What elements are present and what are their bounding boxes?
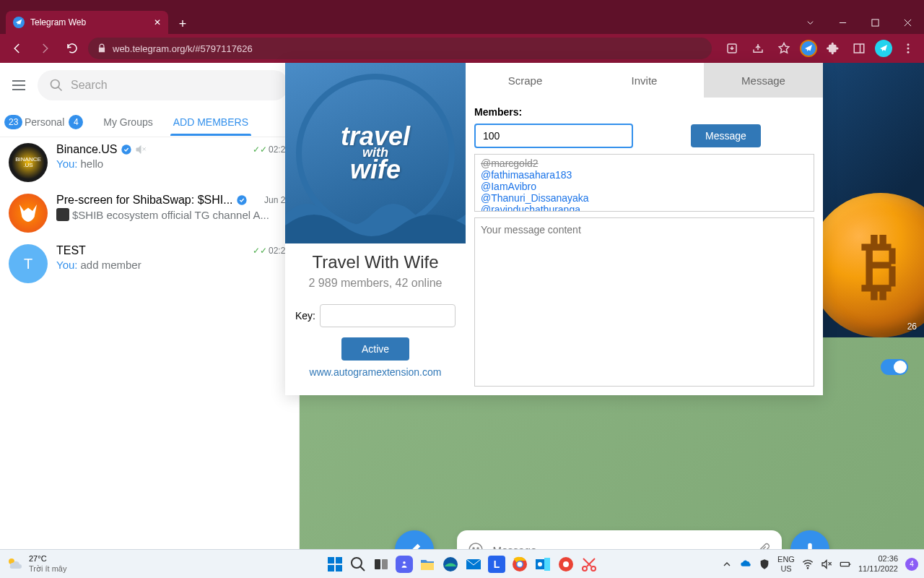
svg-rect-19 — [382, 559, 388, 569]
member-item[interactable]: @ravinduchathuranga — [481, 204, 808, 212]
svg-point-4 — [907, 48, 910, 50]
message-textarea[interactable] — [474, 217, 814, 387]
close-window-icon[interactable] — [892, 11, 924, 34]
avatar: BINANCE.US — [9, 143, 48, 182]
sidepanel-icon[interactable] — [849, 38, 869, 59]
chat-binance[interactable]: BINANCE.US Binance.US ✓✓ 02:28 You: hell… — [0, 137, 299, 188]
search-placeholder: Search — [71, 79, 108, 92]
extension-popup: travelwithwife Travel With Wife 2 989 me… — [285, 63, 823, 395]
start-icon[interactable] — [326, 556, 344, 573]
svg-rect-16 — [336, 565, 342, 571]
menu-icon[interactable] — [898, 38, 918, 59]
search-task-icon[interactable] — [349, 556, 367, 573]
svg-point-27 — [538, 562, 542, 566]
tab-invite[interactable]: Invite — [585, 63, 704, 98]
reload-button[interactable] — [61, 37, 84, 60]
chevron-down-icon[interactable] — [794, 11, 827, 34]
folder-tabs: 23 Personal 4 My Groups ADD MEMBERS — [0, 108, 299, 137]
svg-point-6 — [51, 80, 60, 89]
thumbnail-icon — [56, 208, 69, 221]
teams-icon[interactable] — [396, 556, 413, 573]
weather-widget[interactable]: 27°CTrời ít mây — [6, 554, 66, 573]
muted-icon — [135, 144, 147, 155]
svg-point-31 — [583, 566, 587, 571]
taskview-icon[interactable] — [372, 556, 390, 573]
explorer-icon[interactable] — [419, 556, 436, 573]
key-input[interactable] — [320, 304, 456, 327]
notifications-toggle[interactable] — [881, 359, 908, 375]
search-input[interactable]: Search — [38, 70, 289, 100]
key-label: Key: — [295, 310, 315, 322]
lock-icon — [97, 43, 107, 53]
extensions-icon[interactable] — [823, 38, 843, 59]
hamburger-menu-icon[interactable] — [10, 77, 27, 94]
notifications-badge[interactable]: 4 — [905, 558, 918, 571]
lang-indicator[interactable]: ENG — [777, 555, 795, 564]
member-item[interactable]: @fathimasahara183 — [481, 169, 808, 181]
chrome-canary-icon[interactable] — [557, 556, 575, 573]
extension-link[interactable]: www.autogramextension.com — [285, 366, 466, 378]
new-tab-button[interactable]: + — [173, 14, 193, 34]
members-listbox[interactable]: @marcgold2 @fathimasahara183 @IamAvibro … — [474, 154, 814, 212]
avatar: T — [9, 244, 48, 283]
window-titlebar — [0, 0, 924, 9]
svg-point-33 — [807, 567, 808, 568]
chat-test[interactable]: T TEST ✓✓ 02:26 You: add member — [0, 238, 299, 289]
close-icon[interactable]: ✕ — [154, 17, 161, 27]
onedrive-icon[interactable] — [740, 558, 751, 570]
tab-add-members[interactable]: ADD MEMBERS — [170, 109, 251, 135]
mail-icon[interactable] — [465, 556, 482, 573]
snipping-icon[interactable] — [580, 556, 598, 573]
group-subtitle: 2 989 members, 42 online — [295, 277, 456, 290]
group-title: Travel With Wife — [295, 252, 456, 272]
browser-tab-row: Telegram Web ✕ + — [0, 9, 924, 34]
tab-message[interactable]: Message — [704, 63, 823, 98]
app-l-icon[interactable]: L — [488, 556, 505, 573]
weather-icon — [6, 556, 23, 573]
svg-point-30 — [563, 561, 569, 567]
all-badge: 23 — [4, 115, 22, 129]
svg-point-20 — [403, 561, 406, 564]
bookmark-star-icon[interactable] — [774, 38, 794, 59]
member-item[interactable]: @marcgold2 — [481, 158, 808, 169]
autogram-extension-icon[interactable] — [800, 40, 817, 57]
outlook-icon[interactable] — [534, 556, 552, 573]
message-button[interactable]: Message — [691, 124, 761, 147]
member-item[interactable]: @IamAvibro — [481, 181, 808, 192]
chrome-icon[interactable] — [511, 556, 528, 573]
tab-scrape[interactable]: Scrape — [466, 63, 585, 98]
back-button[interactable] — [6, 37, 29, 60]
tab-personal[interactable]: Personal 4 — [22, 108, 86, 137]
telegram-favicon-icon — [13, 17, 25, 28]
maximize-icon[interactable] — [859, 11, 892, 34]
forward-button[interactable] — [33, 37, 56, 60]
member-item[interactable]: @Thanuri_Dissanayaka — [481, 192, 808, 204]
svg-rect-15 — [328, 565, 334, 571]
share-icon[interactable] — [748, 38, 768, 59]
chat-shibaswap[interactable]: Pre-screen for ShibaSwap: $SHI... Jun 26… — [0, 188, 299, 238]
svg-rect-13 — [328, 557, 334, 564]
battery-icon[interactable] — [840, 558, 851, 570]
security-icon[interactable] — [759, 558, 770, 570]
chat-sidebar: Search 23 Personal 4 My Groups ADD MEMBE… — [0, 63, 300, 578]
url-field[interactable]: web.telegram.org/k/#5797117626 — [88, 38, 712, 59]
members-label: Members: — [474, 106, 814, 118]
chevron-up-icon[interactable] — [721, 558, 733, 570]
svg-rect-34 — [840, 562, 849, 566]
minimize-icon[interactable] — [827, 11, 859, 34]
clock[interactable]: 02:3611/11/2022 — [858, 554, 898, 573]
browser-tab-active[interactable]: Telegram Web ✕ — [6, 11, 168, 34]
svg-rect-0 — [872, 19, 879, 25]
wifi-icon[interactable] — [802, 558, 814, 570]
telegram-extension-icon[interactable] — [875, 40, 892, 57]
tab-my-groups[interactable]: My Groups — [100, 109, 155, 135]
edge-icon[interactable] — [442, 556, 459, 573]
read-checks-icon: ✓✓ — [253, 246, 267, 256]
svg-point-5 — [907, 51, 910, 53]
members-count-input[interactable] — [474, 124, 633, 148]
install-icon[interactable] — [722, 38, 742, 59]
svg-point-17 — [352, 558, 362, 568]
volume-icon[interactable] — [821, 558, 832, 570]
active-button[interactable]: Active — [341, 337, 409, 361]
window-controls — [794, 11, 924, 34]
